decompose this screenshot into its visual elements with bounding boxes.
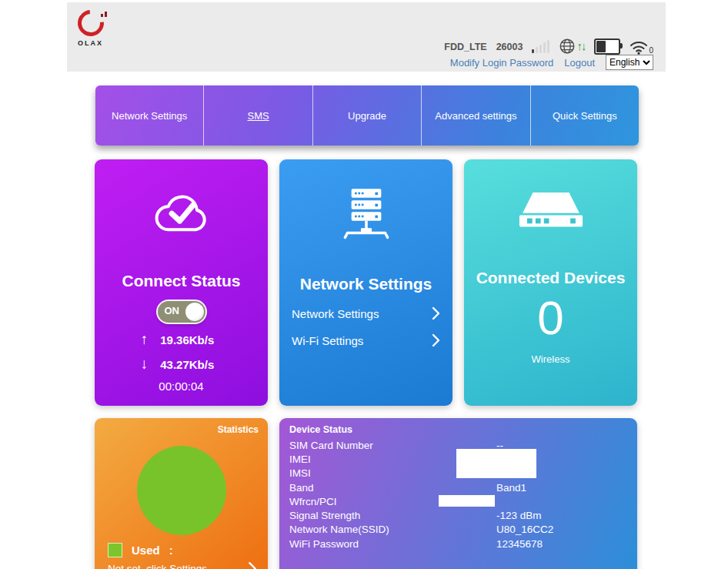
chevron-right-icon [248, 561, 257, 569]
statistics-settings-label: Not set, click Settings [108, 563, 207, 569]
traffic-arrows-icon: ↑↓ [576, 39, 585, 53]
tab-network-settings[interactable]: Network Settings [95, 85, 204, 146]
header-links: Modify Login Password Logout English [450, 55, 653, 70]
olax-logo-text: OLAX [78, 39, 124, 47]
server-icon [279, 179, 452, 247]
usage-pie-chart [137, 446, 226, 535]
row-value: U80_16CC2 [496, 524, 553, 535]
row-label: Signal Strength [289, 510, 496, 521]
globe-icon [559, 38, 576, 55]
used-legend-label: Used [132, 544, 160, 557]
device-status-row: Band Band1 [289, 480, 629, 494]
device-status-title: Device Status [289, 424, 352, 435]
olax-logo-bars-icon [101, 12, 107, 17]
row-label: Network Name(SSID) [289, 524, 496, 535]
internet-status: ↑↓ [559, 38, 585, 55]
connect-status-title: Connect Status [95, 272, 268, 290]
download-speed-value: 43.27Kb/s [160, 358, 222, 371]
wfrcn-pci-redaction-box [439, 495, 495, 507]
row-value: -123 dBm [496, 510, 542, 521]
row-label: Band [289, 482, 496, 494]
chevron-right-icon [432, 306, 440, 320]
device-status-card: Device Status SIM Card Number -- IMEI 86… [279, 418, 637, 569]
statistics-settings-link[interactable]: Not set, click Settings [108, 561, 257, 569]
tab-sms[interactable]: SMS [204, 85, 312, 146]
olax-logo-ring-icon [72, 5, 109, 42]
toggle-on-label: ON [165, 305, 180, 316]
tab-quick-settings[interactable]: Quick Settings [531, 85, 639, 146]
menu-item-wifi-settings[interactable]: Wi-Fi Settings [279, 333, 452, 347]
network-type-label: FDD_LTE [444, 39, 486, 55]
battery-icon [594, 38, 620, 55]
usage-legend: Used : [108, 543, 173, 557]
statistics-card: Statistics Used : Not set, click Setting… [95, 418, 268, 569]
logout-link[interactable]: Logout [564, 57, 595, 69]
network-settings-card: Network Settings Network Settings Wi-Fi … [279, 159, 452, 406]
header: OLAX FDD_LTE 26003 ↑↓ [67, 2, 666, 72]
row-value: Band1 [496, 482, 526, 494]
device-status-row: WiFi Password 12345678 [289, 537, 629, 551]
main-nav: Network Settings SMS Upgrade Advanced se… [95, 85, 639, 146]
connected-devices-title: Connected Devices [464, 269, 637, 287]
connected-devices-subtitle: Wireless [464, 353, 637, 365]
menu-item-label: Network Settings [292, 307, 379, 320]
connected-devices-card: Connected Devices 0 Wireless [464, 159, 637, 406]
download-arrow-icon: ↓ [141, 356, 149, 372]
menu-item-network-settings[interactable]: Network Settings [279, 306, 452, 320]
connection-duration: 00:00:04 [95, 380, 268, 393]
olax-logo: OLAX [78, 10, 124, 47]
tab-upgrade[interactable]: Upgrade [313, 85, 422, 146]
imei-imsi-redaction-box [456, 449, 536, 478]
row-value: 12345678 [496, 538, 543, 550]
device-status-row: Network Name(SSID) U80_16CC2 [289, 523, 629, 537]
connect-status-card: Connect Status ON ↑ 19.36Kb/s ↓ 43.27Kb/… [95, 159, 268, 406]
router-icon [464, 189, 637, 229]
statistics-title: Statistics [218, 424, 259, 435]
modify-login-password-link[interactable]: Modify Login Password [450, 57, 553, 69]
network-settings-title: Network Settings [279, 275, 452, 293]
connected-devices-count: 0 [464, 293, 637, 343]
row-label: WiFi Password [289, 538, 496, 550]
status-bar: FDD_LTE 26003 ↑↓ [444, 36, 653, 55]
toggle-knob[interactable] [185, 303, 204, 321]
upload-arrow-icon: ↑ [141, 332, 149, 347]
wifi-icon [629, 40, 648, 55]
upload-speed-row: ↑ 19.36Kb/s [95, 332, 268, 347]
wifi-status: 0 [629, 40, 653, 55]
download-speed-row: ↓ 43.27Kb/s [95, 356, 268, 372]
upload-speed-value: 19.36Kb/s [160, 333, 222, 346]
used-legend-swatch [108, 543, 122, 557]
connect-toggle[interactable]: ON [158, 301, 205, 323]
signal-bars-icon [532, 38, 549, 55]
language-select[interactable]: English [606, 55, 653, 70]
chevron-right-icon [432, 333, 440, 347]
menu-item-label: Wi-Fi Settings [292, 334, 363, 347]
used-legend-separator: : [169, 544, 173, 557]
operator-code-label: 26003 [496, 39, 523, 55]
tab-advanced-settings[interactable]: Advanced settings [422, 85, 530, 146]
cloud-check-icon [95, 184, 268, 239]
device-status-row: Signal Strength -123 dBm [289, 508, 629, 522]
wifi-client-count: 0 [649, 47, 653, 55]
